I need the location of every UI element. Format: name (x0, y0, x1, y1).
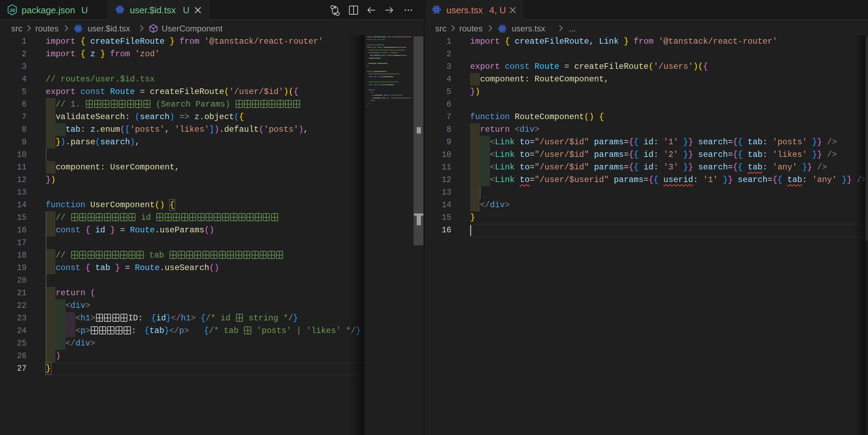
svg-text:JS: JS (10, 8, 15, 13)
